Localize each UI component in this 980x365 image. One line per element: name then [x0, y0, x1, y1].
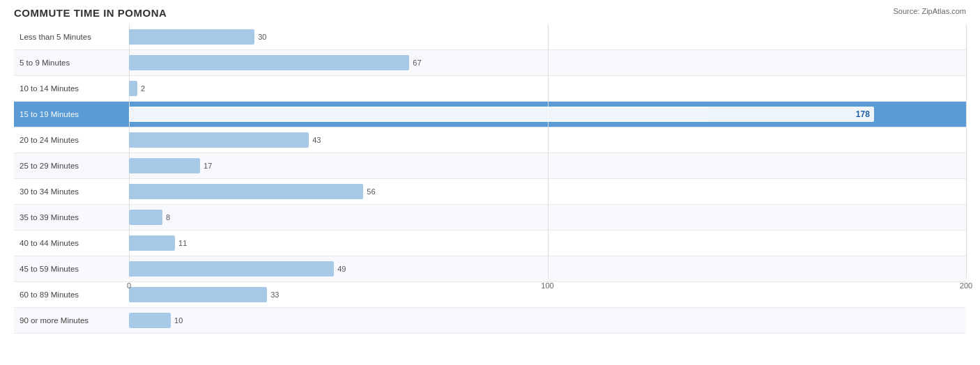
bar-fill [129, 81, 137, 96]
bar-area: 11 [129, 231, 966, 256]
bar-row: Less than 5 Minutes30 [14, 24, 966, 50]
bar-label: 5 to 9 Minutes [14, 59, 129, 67]
bar-label: 45 to 59 Minutes [14, 265, 129, 273]
bar-area: 30 [129, 24, 966, 49]
bar-area: 8 [129, 205, 966, 230]
bar-value: 49 [337, 265, 346, 273]
bar-value: 17 [204, 162, 212, 170]
bar-fill [129, 184, 363, 199]
bar-area: 17 [129, 153, 966, 178]
chart-header: COMMUTE TIME IN POMONA Source: ZipAtlas.… [14, 7, 966, 19]
bar-label: 30 to 34 Minutes [14, 187, 129, 196]
bar-value: 178 [856, 109, 870, 119]
bar-label: 20 to 24 Minutes [14, 136, 129, 144]
bar-row: 40 to 44 Minutes11 [14, 231, 966, 256]
bar-value: 30 [258, 33, 266, 41]
bar-label: Less than 5 Minutes [14, 33, 129, 41]
x-tick-label: 0 [127, 281, 131, 290]
bar-row: 15 to 19 Minutes178 [14, 102, 966, 127]
bar-value: 43 [312, 136, 321, 144]
bar-value: 10 [174, 316, 183, 325]
bar-fill [129, 235, 175, 251]
bar-label: 10 to 14 Minutes [14, 84, 129, 93]
chart-container: COMMUTE TIME IN POMONA Source: ZipAtlas.… [0, 0, 980, 365]
bar-row: 5 to 9 Minutes67 [14, 50, 966, 76]
bars-area: Less than 5 Minutes305 to 9 Minutes6710 … [14, 24, 966, 299]
bar-row: 90 or more Minutes10 [14, 308, 966, 334]
bar-value: 2 [141, 84, 145, 93]
bar-value: 56 [367, 187, 375, 196]
x-tick-label: 100 [541, 281, 553, 290]
chart-body: Less than 5 Minutes305 to 9 Minutes6710 … [14, 24, 966, 320]
bar-area: 10 [129, 308, 966, 333]
bar-label: 60 to 89 Minutes [14, 290, 129, 299]
bar-label: 25 to 29 Minutes [14, 162, 129, 170]
chart-source: Source: ZipAtlas.com [893, 7, 966, 15]
bar-fill [129, 158, 200, 173]
bar-fill [129, 210, 162, 225]
x-tick-label: 200 [960, 281, 972, 290]
bar-area: 178 [129, 102, 966, 127]
bar-row: 30 to 34 Minutes56 [14, 179, 966, 205]
bar-row: 35 to 39 Minutes8 [14, 205, 966, 231]
x-axis: 0100200 [129, 278, 966, 299]
chart-title: COMMUTE TIME IN POMONA [14, 7, 167, 19]
bar-area: 2 [129, 76, 966, 101]
bar-fill [129, 132, 309, 148]
bar-label: 35 to 39 Minutes [14, 213, 129, 222]
bar-fill [129, 313, 171, 328]
bar-value: 11 [178, 239, 187, 247]
x-gridline [966, 24, 967, 278]
bar-fill [129, 55, 409, 70]
bar-row: 10 to 14 Minutes2 [14, 76, 966, 102]
bar-label: 90 or more Minutes [14, 316, 129, 325]
bar-area: 67 [129, 50, 966, 75]
bar-label: 15 to 19 Minutes [14, 110, 129, 118]
bar-row: 20 to 24 Minutes43 [14, 127, 966, 153]
bar-fill [129, 29, 254, 45]
bar-fill: 178 [129, 107, 874, 122]
bar-value: 67 [413, 59, 421, 67]
bar-row: 25 to 29 Minutes17 [14, 153, 966, 179]
bar-area: 56 [129, 179, 966, 204]
bar-label: 40 to 44 Minutes [14, 239, 129, 247]
bar-value: 8 [166, 213, 170, 222]
bar-area: 43 [129, 127, 966, 153]
bar-fill [129, 261, 334, 277]
